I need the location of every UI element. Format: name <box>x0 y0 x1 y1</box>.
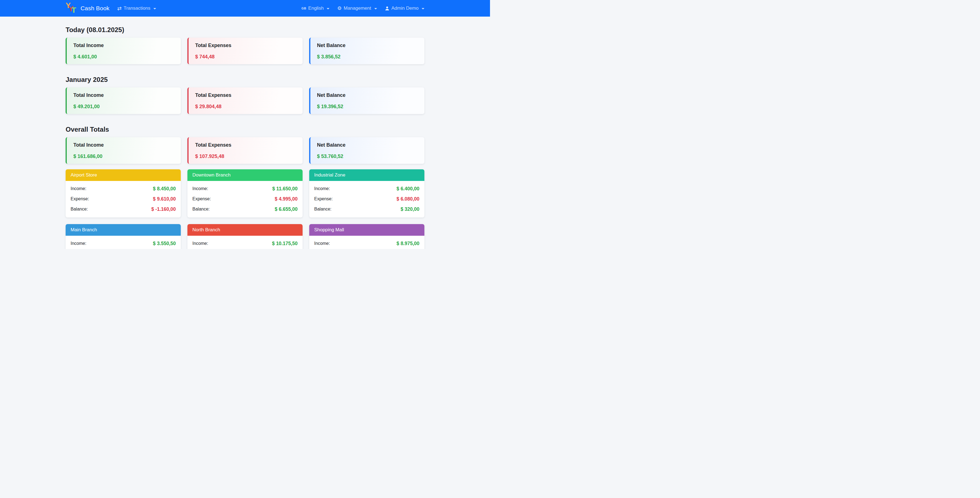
branch-stat-label: Income: <box>192 186 208 192</box>
summary-section: Overall Totals Total Income $ 161.686,00… <box>65 125 425 164</box>
user-label: Admin Demo <box>391 6 418 11</box>
summary-section: January 2025 Total Income $ 49.201,00 To… <box>65 76 425 114</box>
branch-card-header: North Branch <box>188 224 302 236</box>
logo-letter: T <box>72 6 76 14</box>
branch-stat-row: Expense: $ 6.080,00 <box>314 196 419 202</box>
branch-stat-value: $ 10.175,50 <box>272 240 298 247</box>
gb-flag-icon: GB <box>301 6 307 10</box>
summary-card-value: $ 53.760,52 <box>317 154 418 159</box>
summary-card: Total Income $ 161.686,00 <box>65 137 181 164</box>
branch-stat-label: Income: <box>71 186 86 192</box>
summary-card-title: Total Income <box>73 43 174 48</box>
branch-stat-label: Expense: <box>314 196 333 202</box>
page-root: YYT Cash Book ⇄ Transactions GB English … <box>0 0 490 249</box>
management-menu[interactable]: ⚙ Management <box>337 6 377 11</box>
branch-stat-row: Income: $ 3.550,50 <box>71 240 176 247</box>
section-heading: January 2025 <box>65 76 425 84</box>
summary-card-value: $ 49.201,00 <box>73 104 174 109</box>
summary-card: Total Expenses $ 107.925,48 <box>188 137 302 164</box>
branch-stat-label: Income: <box>314 240 330 247</box>
branch-stat-label: Expense: <box>71 196 89 202</box>
swap-arrows-icon: ⇄ <box>118 6 122 11</box>
branch-stat-value: $ 6.655,00 <box>275 206 298 213</box>
branch-card-header: Downtown Branch <box>188 169 302 181</box>
summary-card-title: Net Balance <box>317 142 418 148</box>
summary-card-value: $ 29.804,48 <box>195 104 296 109</box>
summary-card-value: $ 3.856,52 <box>317 54 418 60</box>
summary-card-title: Total Income <box>73 142 174 148</box>
branch-card-header: Shopping Mall <box>309 224 425 236</box>
summary-card: Net Balance $ 3.856,52 <box>309 38 425 64</box>
chevron-down-icon <box>422 8 425 10</box>
summary-cards-row: Total Income $ 4.601,00 Total Expenses $… <box>65 38 425 64</box>
branch-stat-row: Expense: $ 4.995,00 <box>192 196 298 202</box>
cashbook-logo-icon: YYT <box>65 2 77 15</box>
summary-card-title: Total Expenses <box>195 43 296 48</box>
branch-card: Industrial Zone Income: $ 6.400,00 Expen… <box>309 169 425 217</box>
summary-card: Total Income $ 4.601,00 <box>65 38 181 64</box>
branch-stat-row: Balance: $ 320,00 <box>314 206 419 213</box>
brand-home-link[interactable]: YYT Cash Book <box>65 2 110 15</box>
branch-card: Main Branch Income: $ 3.550,50 <box>65 224 181 249</box>
summary-card: Net Balance $ 53.760,52 <box>309 137 425 164</box>
branch-stat-row: Income: $ 8.975,00 <box>314 240 419 247</box>
branch-card-body: Income: $ 6.400,00 Expense: $ 6.080,00 B… <box>309 181 425 217</box>
chevron-down-icon <box>374 8 377 10</box>
branch-stat-value: $ 320,00 <box>401 206 419 213</box>
summary-card-title: Total Expenses <box>195 92 296 98</box>
navbar-right: GB English ⚙ Management <box>301 6 425 11</box>
branch-stat-value: $ 6.400,00 <box>396 186 419 192</box>
summary-cards-row: Total Income $ 49.201,00 Total Expenses … <box>65 87 425 114</box>
chevron-down-icon <box>327 8 329 10</box>
branch-stat-value: $ 11.650,00 <box>272 186 298 192</box>
section-heading: Today (08.01.2025) <box>65 26 425 34</box>
summary-card-title: Total Expenses <box>195 142 296 148</box>
branch-stat-row: Income: $ 8.450,00 <box>71 186 176 192</box>
branch-stat-row: Balance: $ -1.160,00 <box>71 206 176 213</box>
branch-cards-grid: Airport Store Income: $ 8.450,00 Expense… <box>65 169 425 249</box>
branch-card-header: Main Branch <box>65 224 181 236</box>
branch-stat-label: Expense: <box>192 196 211 202</box>
summary-card-value: $ 4.601,00 <box>73 54 174 60</box>
language-label: English <box>309 6 324 11</box>
branch-stat-value: $ 4.995,00 <box>275 196 298 202</box>
dashboard-main: Today (08.01.2025) Total Income $ 4.601,… <box>62 26 428 249</box>
branch-card: Shopping Mall Income: $ 8.975,00 <box>309 224 425 249</box>
brand-title: Cash Book <box>81 5 110 12</box>
user-menu[interactable]: Admin Demo <box>385 6 425 11</box>
summary-sections: Today (08.01.2025) Total Income $ 4.601,… <box>65 26 425 164</box>
summary-card-title: Net Balance <box>317 43 418 48</box>
summary-section: Today (08.01.2025) Total Income $ 4.601,… <box>65 26 425 64</box>
summary-card: Total Expenses $ 744,48 <box>188 38 302 64</box>
summary-card-value: $ 161.686,00 <box>73 154 174 159</box>
summary-card: Net Balance $ 19.396,52 <box>309 87 425 114</box>
branch-stat-value: $ 9.610,00 <box>153 196 176 202</box>
branch-card-header: Airport Store <box>65 169 181 181</box>
summary-card-value: $ 107.925,48 <box>195 154 296 159</box>
branch-card-header: Industrial Zone <box>309 169 425 181</box>
navbar: YYT Cash Book ⇄ Transactions GB English … <box>0 0 490 17</box>
branch-stat-label: Balance: <box>71 206 88 213</box>
branch-card-body: Income: $ 8.975,00 <box>309 236 425 249</box>
navbar-inner: YYT Cash Book ⇄ Transactions GB English … <box>62 0 428 17</box>
chevron-down-icon <box>153 8 156 10</box>
branch-card-body: Income: $ 10.175,50 <box>188 236 302 249</box>
management-label: Management <box>344 6 371 11</box>
branch-stat-value: $ 3.550,50 <box>153 240 176 247</box>
branch-stat-value: $ -1.160,00 <box>151 206 176 213</box>
branch-stat-row: Income: $ 11.650,00 <box>192 186 298 192</box>
nav-transactions-menu[interactable]: ⇄ Transactions <box>118 6 156 11</box>
section-heading: Overall Totals <box>65 125 425 133</box>
branch-card: Airport Store Income: $ 8.450,00 Expense… <box>65 169 181 217</box>
branch-card-body: Income: $ 8.450,00 Expense: $ 9.610,00 B… <box>65 181 181 217</box>
summary-card: Total Expenses $ 29.804,48 <box>188 87 302 114</box>
branch-card-body: Income: $ 11.650,00 Expense: $ 4.995,00 … <box>188 181 302 217</box>
branch-stat-label: Income: <box>314 186 330 192</box>
language-menu[interactable]: GB English <box>301 6 329 11</box>
branch-stat-value: $ 6.080,00 <box>396 196 419 202</box>
branch-stat-label: Income: <box>71 240 86 247</box>
branch-card-body: Income: $ 3.550,50 <box>65 236 181 249</box>
branch-stat-label: Balance: <box>314 206 331 213</box>
branch-stat-row: Expense: $ 9.610,00 <box>71 196 176 202</box>
branch-stat-value: $ 8.975,00 <box>396 240 419 247</box>
